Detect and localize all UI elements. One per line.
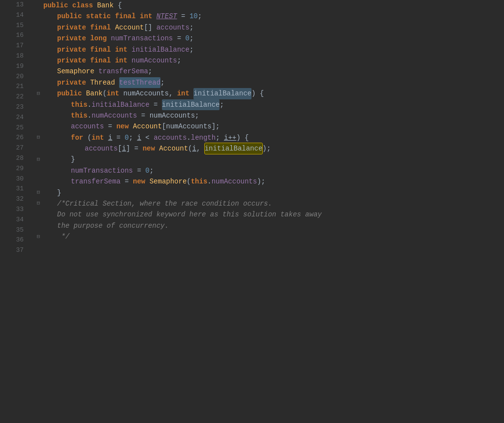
line-number: 16 [0,30,24,41]
line-number: 27 [0,143,24,153]
fold-icon[interactable]: ⊟ [37,199,40,208]
code-content: public class Bank {public static final i… [30,0,504,423]
line-number: 13 [0,0,24,10]
line-number: 33 [0,205,24,215]
line-number: 36 [0,235,24,245]
line-number: 17 [0,41,24,51]
line-number: 20 [0,72,24,82]
code-line: Semaphore transferSema; [33,66,504,77]
line-number: 22 [0,92,24,102]
line-number: 26 [0,133,24,143]
fold-icon[interactable]: ⊟ [37,90,40,98]
line-numbers-gutter: 1314151617181920212223242526272829303132… [0,0,30,423]
line-number: 25 [0,123,24,133]
line-number: 30 [0,174,24,184]
fold-icon[interactable]: ⊟ [37,155,40,164]
code-line: accounts[i] = new Account(i, initialBala… [33,143,504,154]
code-line: this.numAccounts = numAccounts; [33,110,504,121]
code-editor: 1314151617181920212223242526272829303132… [0,0,504,423]
line-number: 19 [0,61,24,72]
fold-icon[interactable]: ⊟ [37,188,40,197]
line-number: 28 [0,153,24,164]
line-number: 37 [0,245,24,256]
line-number: 24 [0,113,24,123]
code-line: private Thread testThread; [33,77,504,88]
code-line: private final Account[] accounts; [33,22,504,33]
line-number: 18 [0,51,24,61]
code-line: numTransactions = 0; [33,165,504,176]
code-line: ⊟} [33,187,504,198]
line-number: 14 [0,10,24,21]
code-line: ⊟/*Critical Section, where the race cond… [33,198,504,209]
line-number: 34 [0,215,24,225]
code-line: the purpose of concurrency. [33,220,504,231]
line-number: 15 [0,21,24,31]
code-line: public static final int NTEST = 10; [33,11,504,22]
line-number: 35 [0,225,24,236]
code-line: Do not use synchronized keyword here as … [33,209,504,220]
code-line: ⊟for (int i = 0; i < accounts.length; i+… [33,132,504,143]
line-number: 29 [0,164,24,174]
code-line: transferSema = new Semaphore(this.numAcc… [33,176,504,187]
line-number: 23 [0,102,24,113]
code-line: ⊟public Bank(int numAccounts, int initia… [33,88,504,99]
code-line: public class Bank { [33,0,504,11]
code-line: private long numTransactions = 0; [33,33,504,44]
code-line: ⊟} [33,154,504,165]
code-line: ⊟ */ [33,231,504,242]
code-line: this.initialBalance = initialBalance; [33,99,504,110]
line-number: 32 [0,194,24,205]
code-line: private final int initialBalance; [33,44,504,55]
fold-icon[interactable]: ⊟ [37,133,40,142]
fold-icon[interactable]: ⊟ [37,233,40,242]
code-line: private final int numAccounts; [33,55,504,66]
line-number: 31 [0,184,24,194]
line-number: 21 [0,82,24,92]
code-line: accounts = new Account[numAccounts]; [33,121,504,132]
